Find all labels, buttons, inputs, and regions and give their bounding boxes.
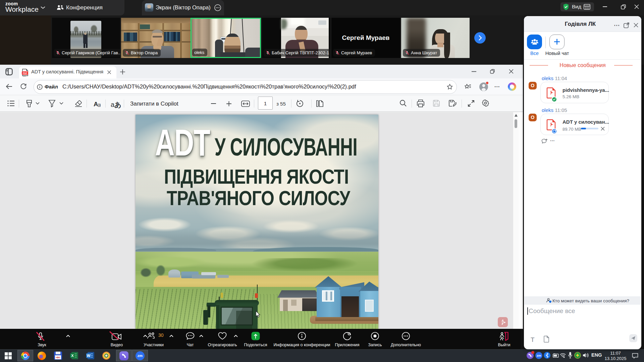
svg-text:PDF: PDF xyxy=(23,72,27,74)
svg-text:=64:: =64: xyxy=(56,356,60,359)
svg-text:W: W xyxy=(87,354,91,358)
svg-text:X: X xyxy=(71,354,74,358)
